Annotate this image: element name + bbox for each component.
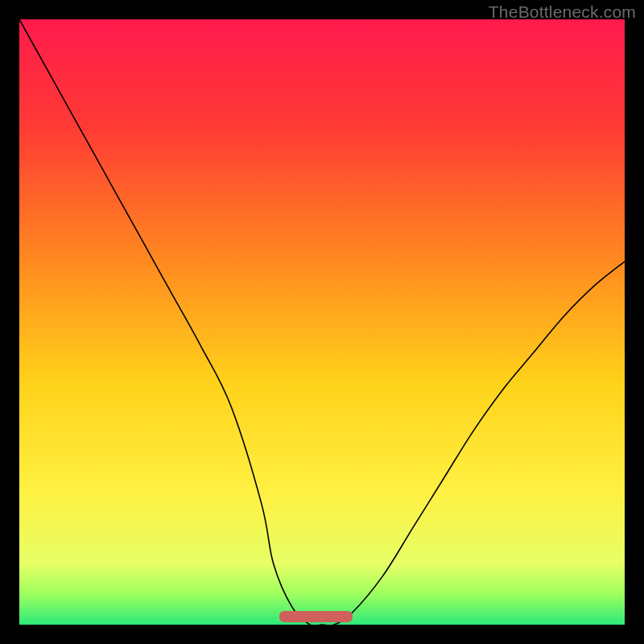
plot-area — [19, 19, 625, 625]
background-gradient — [19, 19, 625, 625]
watermark-text: TheBottleneck.com — [489, 2, 636, 22]
valley-marker — [279, 611, 352, 622]
chart-frame: TheBottleneck.com — [0, 0, 644, 644]
svg-rect-0 — [19, 19, 625, 625]
